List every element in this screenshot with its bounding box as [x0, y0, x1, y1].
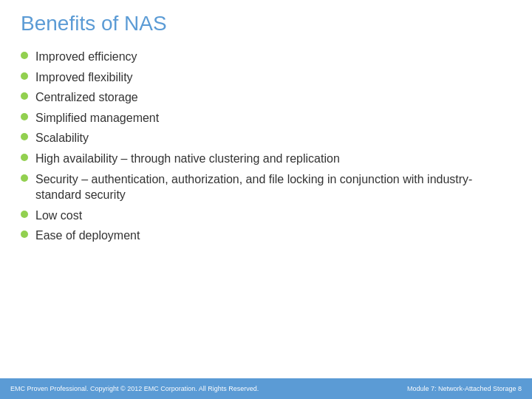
- bullet-text: Improved flexibility: [35, 69, 505, 86]
- slide-footer: EMC Proven Professional. Copyright © 201…: [0, 378, 532, 399]
- footer-copyright: EMC Proven Professional. Copyright © 201…: [10, 385, 259, 392]
- bullet-text: High availability – through native clust…: [35, 151, 505, 167]
- bullet-text: Centralized storage: [35, 89, 505, 106]
- bullet-dot-icon: [21, 72, 28, 80]
- bullet-item: Security – authentication, authorization…: [21, 171, 505, 203]
- bullet-text: Ease of deployment: [35, 228, 505, 244]
- bullet-item: Simplified management: [21, 110, 505, 126]
- bullet-item: Scalability: [21, 130, 505, 146]
- bullet-item: Centralized storage: [21, 89, 505, 106]
- bullet-dot-icon: [21, 154, 28, 161]
- bullet-text: Low cost: [35, 208, 505, 224]
- bullet-dot-icon: [21, 92, 28, 100]
- bullet-list: Improved efficiencyImproved flexibilityC…: [21, 49, 505, 244]
- bullet-text: Scalability: [35, 130, 505, 146]
- bullet-text: Simplified management: [35, 110, 505, 126]
- bullet-text: Improved efficiency: [35, 49, 505, 65]
- bullet-dot-icon: [21, 231, 28, 238]
- slide: Benefits of NAS Improved efficiencyImpro…: [0, 0, 532, 399]
- bullet-item: Ease of deployment: [21, 228, 505, 244]
- slide-title: Benefits of NAS: [21, 12, 505, 35]
- bullet-dot-icon: [21, 174, 28, 182]
- slide-content: Benefits of NAS Improved efficiencyImpro…: [0, 0, 532, 378]
- bullet-item: Improved efficiency: [21, 49, 505, 65]
- bullet-item: High availability – through native clust…: [21, 151, 505, 167]
- bullet-item: Low cost: [21, 208, 505, 224]
- bullet-dot-icon: [21, 133, 28, 140]
- bullet-dot-icon: [21, 52, 28, 59]
- bullet-text: Security – authentication, authorization…: [35, 171, 505, 203]
- bullet-item: Improved flexibility: [21, 69, 505, 86]
- bullet-dot-icon: [21, 211, 28, 218]
- bullet-dot-icon: [21, 113, 28, 120]
- footer-module: Module 7: Network-Attached Storage 8: [407, 385, 522, 392]
